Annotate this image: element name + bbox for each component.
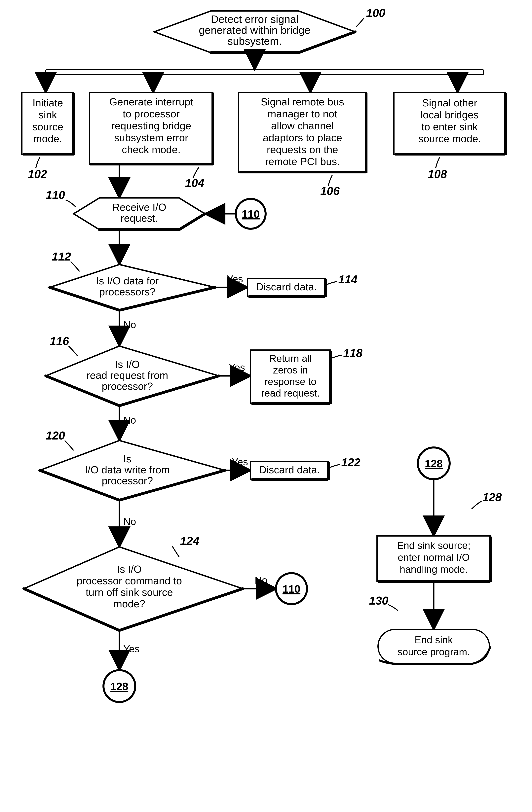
node-return-all-zeros: Return all zeros in response to read req… [251,350,330,404]
ref-116: 116 [50,334,69,347]
svg-text:processor?: processor? [102,380,153,392]
svg-text:Generate interrupt: Generate interrupt [109,96,193,107]
svg-text:source: source [32,121,63,132]
no-112: No [123,319,136,330]
svg-text:handling mode.: handling mode. [400,564,468,575]
svg-text:processor?: processor? [102,475,153,487]
ref-102: 102 [28,168,47,180]
svg-text:zeros in: zeros in [273,364,308,376]
yes-116: Yes [229,362,245,373]
svg-text:source program.: source program. [398,646,470,657]
node-is-io-data-for-processors: Is I/O data for processors? [50,264,215,310]
svg-text:local bridges: local bridges [421,109,479,120]
svg-text:128: 128 [425,458,443,469]
svg-text:source mode.: source mode. [418,133,481,144]
connector-110-in: 110 [236,199,265,229]
svg-text:requests on the: requests on the [267,144,338,155]
svg-text:Is I/O: Is I/O [117,563,142,575]
node-receive-io-request: Receive I/O request. [74,198,205,230]
svg-text:Signal remote bus: Signal remote bus [261,96,344,107]
svg-text:read request.: read request. [261,388,320,399]
node-signal-remote-bus-manager: Signal remote bus manager to not allow c… [239,92,366,173]
ref-114: 114 [338,273,358,286]
svg-text:remote PCI bus.: remote PCI bus. [265,156,340,167]
node-is-io-cmd-turnoff-sinksource: Is I/O processor command to turn off sin… [24,547,243,630]
svg-text:Discard data.: Discard data. [259,464,320,476]
connector-128-in: 128 [418,448,450,479]
ref-104: 104 [185,176,204,189]
svg-text:Discard data.: Discard data. [256,281,317,292]
ref-110: 110 [46,188,65,201]
svg-text:End sink: End sink [415,634,453,646]
svg-text:subsystem error: subsystem error [114,132,188,143]
svg-text:mode?: mode? [114,598,145,610]
node-is-io-data-write: Is I/O data write from processor? [40,440,225,500]
svg-text:I/O data write from: I/O data write from [85,464,170,476]
node-detect-error: Detect error signal generated within bri… [153,11,356,53]
svg-text:Receive I/O: Receive I/O [112,201,166,213]
node-discard-data-114: Discard data. [248,278,325,297]
ref-106: 106 [320,184,340,197]
ref-130: 130 [369,594,388,607]
ref-118: 118 [343,346,363,359]
node-end-sink-source-enter-normal: End sink source; enter normal I/O handli… [377,536,490,582]
svg-text:Return all: Return all [269,353,312,364]
svg-text:read request from: read request from [87,369,168,381]
connector-128-out: 128 [103,670,135,702]
svg-text:Is I/O: Is I/O [115,359,140,370]
svg-text:110: 110 [242,208,260,220]
ref-120: 120 [46,429,65,442]
svg-text:Initiate: Initiate [32,97,63,108]
ref-128a: 128 [483,491,502,504]
svg-text:128: 128 [111,680,128,692]
ref-122: 122 [341,456,360,469]
n100-l0: Detect error signal [211,13,299,25]
svg-text:manager to not: manager to not [268,108,337,119]
n100-l2: subsystem. [227,35,282,47]
connector-110-out: 110 [276,573,307,604]
svg-text:turn off sink source: turn off sink source [86,586,173,598]
ref-112: 112 [52,250,71,263]
yes-124: Yes [123,643,140,654]
svg-text:processors?: processors? [99,286,155,298]
svg-text:request.: request. [120,213,158,224]
ref-108: 108 [428,168,447,180]
svg-text:mode.: mode. [33,133,62,144]
node-initiate-sink-source: Initiate sink source mode. [22,92,74,155]
ref-124: 124 [180,534,199,547]
yes-120: Yes [232,456,248,467]
no-116: No [123,415,136,426]
node-discard-data-122: Discard data. [251,461,328,480]
svg-text:110: 110 [283,583,300,595]
svg-text:adaptors to place: adaptors to place [263,132,342,143]
svg-text:allow channel: allow channel [271,120,334,131]
node-generate-interrupt: Generate interrupt to processor requesti… [89,92,213,165]
node-is-io-read-request: Is I/O read request from processor? [46,346,219,406]
ref-100: 100 [366,6,385,19]
svg-text:check mode.: check mode. [122,144,181,155]
node-signal-other-bridges: Signal other local bridges to enter sink… [394,92,505,155]
svg-text:requesting bridge: requesting bridge [111,120,191,131]
no-120: No [123,516,136,527]
svg-text:response to: response to [264,376,316,387]
flowchart: Detect error signal generated within bri… [0,0,532,812]
svg-text:sink: sink [39,109,57,120]
svg-text:to enter sink: to enter sink [421,121,478,132]
svg-text:Is: Is [123,453,131,465]
n100-l1: generated within bridge [199,24,311,36]
svg-text:Is I/O data for: Is I/O data for [96,275,159,287]
svg-text:to processor: to processor [123,108,179,119]
node-end-sink-source-program: End sink source program. [378,629,490,664]
svg-text:enter normal I/O: enter normal I/O [398,552,470,563]
svg-text:Signal other: Signal other [422,97,477,108]
no-124: No [255,575,268,586]
svg-text:End sink source;: End sink source; [397,540,471,551]
yes-112: Yes [227,273,243,285]
svg-text:processor command to: processor command to [77,575,182,586]
